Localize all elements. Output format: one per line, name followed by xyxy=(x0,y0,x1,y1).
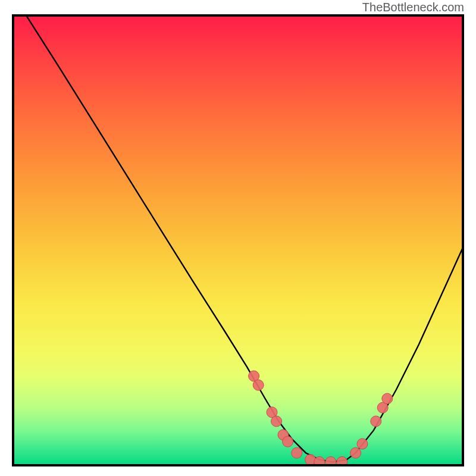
data-marker xyxy=(371,416,381,427)
data-marker xyxy=(350,447,361,458)
data-marker xyxy=(271,416,282,427)
data-marker xyxy=(382,393,393,404)
data-marker xyxy=(283,436,293,447)
curve-markers xyxy=(249,371,393,466)
data-marker xyxy=(292,447,302,458)
data-marker xyxy=(337,456,347,466)
data-marker xyxy=(357,439,368,449)
data-marker xyxy=(325,456,336,466)
curve-line xyxy=(26,14,464,462)
watermark-text: TheBottleneck.com xyxy=(362,1,464,14)
chart-container: TheBottleneck.com xyxy=(0,0,476,476)
chart-overlay xyxy=(12,14,464,466)
data-marker xyxy=(314,456,325,466)
data-marker xyxy=(253,380,264,390)
